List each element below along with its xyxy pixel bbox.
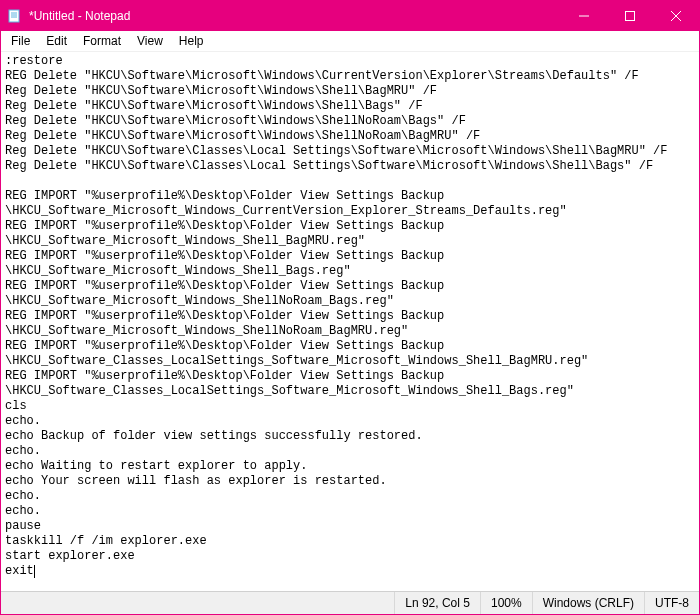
menu-bar: File Edit Format View Help	[1, 31, 699, 52]
close-button[interactable]	[653, 1, 699, 31]
menu-file[interactable]: File	[3, 32, 38, 50]
menu-help[interactable]: Help	[171, 32, 212, 50]
status-bar: Ln 92, Col 5 100% Windows (CRLF) UTF-8	[1, 591, 699, 614]
minimize-button[interactable]	[561, 1, 607, 31]
svg-rect-5	[626, 12, 635, 21]
window-controls	[561, 1, 699, 31]
status-spacer	[1, 592, 395, 614]
menu-edit[interactable]: Edit	[38, 32, 75, 50]
status-line-ending: Windows (CRLF)	[533, 592, 645, 614]
menu-format[interactable]: Format	[75, 32, 129, 50]
status-position: Ln 92, Col 5	[395, 592, 481, 614]
menu-view[interactable]: View	[129, 32, 171, 50]
text-area[interactable]: :restore REG Delete "HKCU\Software\Micro…	[1, 52, 699, 591]
status-encoding: UTF-8	[645, 592, 699, 614]
title-bar: *Untitled - Notepad	[1, 1, 699, 31]
maximize-button[interactable]	[607, 1, 653, 31]
window-title: *Untitled - Notepad	[29, 9, 561, 23]
notepad-icon	[7, 8, 23, 24]
status-zoom: 100%	[481, 592, 533, 614]
svg-rect-0	[9, 10, 19, 22]
